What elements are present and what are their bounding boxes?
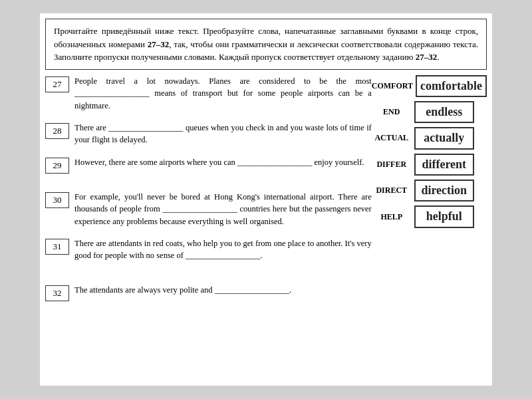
answer-box-32: helpful: [414, 205, 474, 227]
question-number-31: 31: [45, 239, 69, 255]
question-text-29: However, there are some airports where y…: [74, 156, 372, 169]
answer-entry-31: DIRECT direction: [372, 180, 487, 201]
answer-entry-28: END endless: [372, 101, 487, 123]
answer-entry-30: DIFFER different: [372, 154, 487, 176]
question-text-27: People travel a lot nowadays. Planes are…: [74, 75, 372, 112]
table-row: 27 People travel a lot nowadays. Planes …: [45, 72, 372, 119]
instructions-text: Прочитайте приведённый ниже текст. Преоб…: [54, 26, 478, 62]
instructions-box: Прочитайте приведённый ниже текст. Преоб…: [45, 19, 487, 70]
questions-list: 27 People travel a lot nowadays. Planes …: [45, 72, 372, 381]
answer-box-30: different: [414, 154, 474, 176]
answer-box-29: actually: [414, 127, 474, 149]
question-number-27: 27: [45, 76, 69, 92]
question-text-32: The attendants are always very polite an…: [74, 284, 372, 297]
answer-entry-32: HELP helpful: [372, 205, 487, 227]
keyword-28: END: [372, 107, 412, 117]
question-number-32: 32: [45, 285, 69, 301]
table-row: 32 The attendants are always very polite…: [45, 281, 372, 316]
table-row: 29 However, there are some airports wher…: [45, 154, 372, 188]
question-text-28: There are __________________ queues when…: [74, 122, 372, 147]
question-text-30: For example, you'll never be bored at Ho…: [74, 191, 372, 228]
table-row: 31 There are attendants in red coats, wh…: [45, 235, 372, 281]
answer-box-31: direction: [414, 180, 474, 201]
question-number-30: 30: [45, 192, 69, 208]
question-number-29: 29: [45, 158, 69, 174]
bold-range-1: 27–32: [148, 39, 170, 49]
keyword-30: DIFFER: [372, 160, 412, 170]
keyword-27: COMFORT: [372, 81, 413, 91]
question-text-31: There are attendants in red coats, who h…: [74, 237, 372, 263]
keyword-32: HELP: [372, 212, 412, 222]
bold-range-2: 27–32: [416, 52, 438, 62]
table-row: 28 There are __________________ queues w…: [45, 119, 372, 154]
answer-box-27: comfortable: [416, 75, 487, 97]
keyword-29: ACTUAL: [372, 133, 412, 143]
answers-panel: COMFORT comfortable END endless ACTUAL a…: [372, 72, 487, 228]
table-row: 30 For example, you'll never be bored at…: [45, 188, 372, 235]
question-number-28: 28: [45, 123, 69, 139]
answer-box-28: endless: [414, 101, 474, 123]
keyword-31: DIRECT: [372, 186, 412, 196]
answer-entry-27: COMFORT comfortable: [372, 75, 487, 97]
content-area: 27 People travel a lot nowadays. Planes …: [40, 72, 492, 386]
answer-entry-29: ACTUAL actually: [372, 127, 487, 149]
